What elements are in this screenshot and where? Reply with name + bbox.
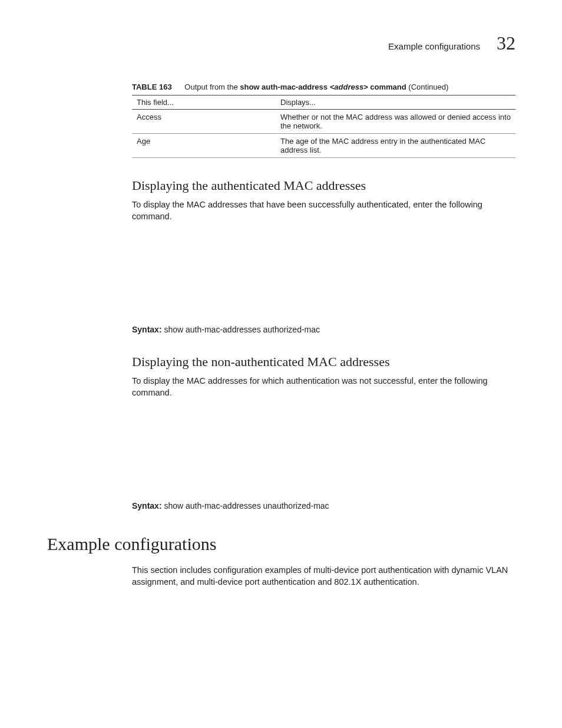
running-header-label: Example configurations — [388, 41, 480, 51]
syntax-line-1: Syntax: show auth-mac-addresses authoriz… — [132, 325, 515, 334]
table-header-displays: Displays... — [276, 95, 515, 110]
table-cell-field: Access — [132, 110, 276, 134]
table-cell-desc: Whether or not the MAC address was allow… — [276, 110, 515, 134]
table-header-field: This field... — [132, 95, 276, 110]
chapter-number: 32 — [497, 32, 515, 54]
table-row: Age The age of the MAC address entry in … — [132, 134, 515, 158]
table-caption-suffix: command — [368, 83, 406, 91]
table-cell-desc: The age of the MAC address entry in the … — [276, 134, 515, 158]
table-caption-continued: (Continued) — [406, 83, 449, 91]
body-authenticated: To display the MAC addresses that have b… — [132, 199, 515, 222]
table-number: TABLE 163 — [132, 83, 172, 91]
syntax-line-2: Syntax: show auth-mac-addresses unauthor… — [132, 501, 515, 510]
table-caption: TABLE 163 Output from the show auth-mac-… — [132, 83, 515, 91]
spacer — [132, 407, 515, 501]
syntax-text: show auth-mac-addresses unauthorized-mac — [162, 501, 329, 510]
heading-authenticated: Displaying the authenticated MAC address… — [132, 178, 515, 193]
syntax-label: Syntax: — [132, 501, 162, 510]
table-caption-prefix: Output from the — [184, 83, 240, 91]
running-header: Example configurations 32 — [47, 32, 515, 54]
heading-nonauthenticated: Displaying the non-authenticated MAC add… — [132, 354, 515, 370]
body-example-configurations: This section includes configuration exam… — [132, 565, 515, 588]
syntax-label: Syntax: — [132, 325, 162, 334]
table-row: Access Whether or not the MAC address wa… — [132, 110, 515, 134]
table-caption-cmd: show auth-mac-address — [240, 83, 329, 91]
table-cell-field: Age — [132, 134, 276, 158]
body-nonauthenticated: To display the MAC addresses for which a… — [132, 375, 515, 398]
table-header-row: This field... Displays... — [132, 95, 515, 110]
output-fields-table: This field... Displays... Access Whether… — [132, 95, 515, 158]
table-caption-arg: <address> — [330, 83, 368, 91]
syntax-text: show auth-mac-addresses authorized-mac — [162, 325, 320, 334]
spacer — [132, 230, 515, 325]
section-heading-example-configurations: Example configurations — [47, 534, 515, 554]
